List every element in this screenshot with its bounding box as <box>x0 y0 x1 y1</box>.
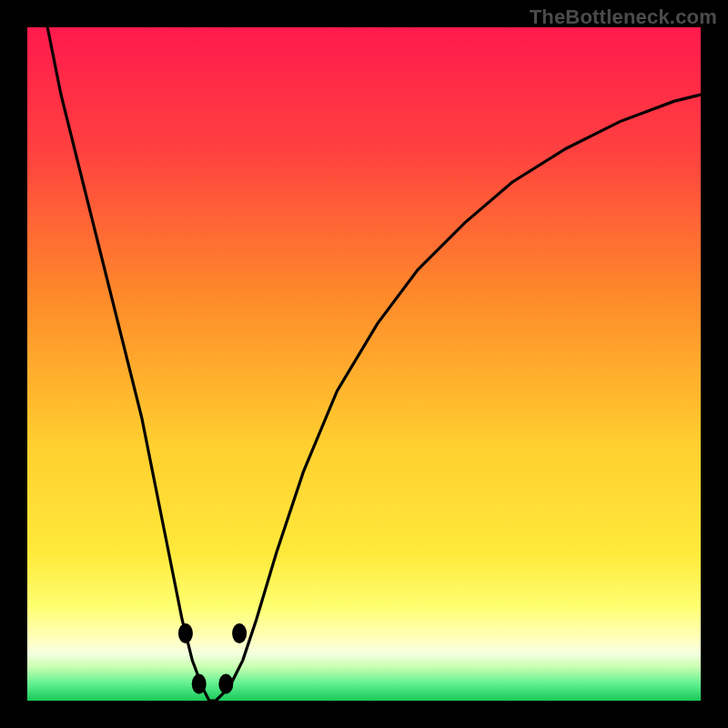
svg-rect-0 <box>27 27 701 701</box>
chart-frame <box>27 27 701 701</box>
plot-area <box>27 27 701 701</box>
watermark-text: TheBottleneck.com <box>530 5 717 29</box>
background-gradient <box>27 27 701 701</box>
